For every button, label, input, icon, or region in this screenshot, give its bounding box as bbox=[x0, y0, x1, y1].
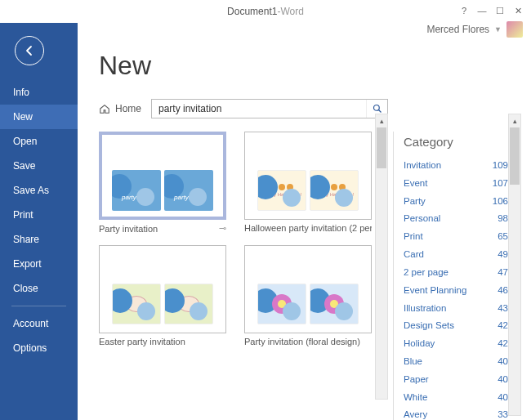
category-name: Avery bbox=[404, 408, 427, 420]
category-name: Paper bbox=[404, 373, 429, 387]
category-row[interactable]: Event Planning46 bbox=[404, 282, 520, 300]
nav-item-account[interactable]: Account bbox=[0, 311, 78, 336]
scroll-up-icon[interactable]: ▴ bbox=[509, 114, 520, 127]
user-account[interactable]: Merced Flores ▼ bbox=[426, 21, 523, 38]
category-name: Print bbox=[404, 230, 423, 244]
category-row[interactable]: Party106 bbox=[404, 193, 520, 211]
help-button[interactable]: ? bbox=[456, 3, 472, 18]
template-label: Easter party invitation bbox=[99, 337, 185, 346]
category-name: Holiday bbox=[404, 337, 435, 351]
category-row[interactable]: Invitation109 bbox=[404, 157, 520, 175]
nav-item-info[interactable]: Info bbox=[0, 80, 78, 105]
search-box[interactable] bbox=[151, 99, 388, 118]
home-icon bbox=[99, 103, 110, 114]
category-row[interactable]: Design Sets42 bbox=[404, 317, 520, 335]
category-name: Personal bbox=[404, 212, 440, 226]
nav-item-open[interactable]: Open bbox=[0, 129, 78, 154]
minimize-button[interactable]: — bbox=[474, 3, 490, 18]
search-input[interactable] bbox=[152, 103, 366, 114]
scroll-thumb[interactable] bbox=[510, 127, 520, 185]
nav-item-options[interactable]: Options bbox=[0, 336, 78, 360]
back-arrow-icon bbox=[23, 44, 36, 57]
home-label: Home bbox=[115, 103, 141, 114]
category-row[interactable]: Paper40 bbox=[404, 371, 520, 389]
close-window-button[interactable]: ✕ bbox=[510, 3, 526, 18]
category-count: 42 bbox=[498, 319, 508, 333]
template-thumbnail: Happy Halloween!Happy Halloween! bbox=[244, 132, 372, 220]
user-name: Merced Flores bbox=[426, 24, 489, 35]
category-name: White bbox=[404, 391, 427, 405]
category-count: 49 bbox=[498, 248, 508, 262]
backstage-sidebar: InfoNewOpenSaveSave AsPrintShareExportCl… bbox=[0, 23, 78, 420]
nav-item-close[interactable]: Close bbox=[0, 276, 78, 301]
template-thumbnail: party!party! bbox=[99, 132, 226, 220]
nav-item-export[interactable]: Export bbox=[0, 252, 78, 276]
category-name: Illustration bbox=[404, 302, 446, 316]
category-count: 109 bbox=[493, 159, 508, 173]
category-count: 98 bbox=[498, 212, 508, 226]
category-count: 46 bbox=[498, 284, 508, 298]
scroll-up-icon[interactable]: ▴ bbox=[376, 114, 387, 127]
user-caret-icon: ▼ bbox=[494, 25, 502, 34]
restore-button[interactable]: ☐ bbox=[492, 3, 508, 18]
document-title: Document1 bbox=[227, 6, 277, 17]
category-row[interactable]: Illustration43 bbox=[404, 300, 520, 318]
template-thumbnail bbox=[244, 245, 372, 333]
category-count: 33 bbox=[498, 408, 508, 420]
category-name: 2 per page bbox=[404, 266, 448, 280]
back-button[interactable] bbox=[15, 36, 44, 65]
nav-item-share[interactable]: Share bbox=[0, 227, 78, 252]
template-label: Party invitation bbox=[99, 224, 158, 234]
app-name: Word bbox=[280, 6, 303, 17]
category-row[interactable]: Blue40 bbox=[404, 353, 520, 371]
category-scrollbar[interactable]: ▴ bbox=[508, 114, 521, 416]
category-count: 65 bbox=[498, 230, 508, 244]
category-count: 40 bbox=[498, 373, 508, 387]
category-name: Blue bbox=[404, 355, 422, 369]
nav-item-new[interactable]: New bbox=[0, 105, 78, 129]
category-count: 106 bbox=[493, 194, 508, 209]
template-label: Party invitation (floral design) bbox=[244, 337, 360, 346]
template-thumbnail bbox=[99, 245, 226, 333]
category-name: Invitation bbox=[404, 159, 441, 173]
category-row[interactable]: Avery33 bbox=[404, 406, 520, 420]
home-breadcrumb[interactable]: Home bbox=[99, 103, 141, 114]
category-count: 47 bbox=[498, 266, 508, 280]
template-item[interactable]: Easter party invitation bbox=[99, 245, 226, 346]
pin-icon[interactable]: ⊸ bbox=[219, 223, 226, 234]
category-row[interactable]: Print65 bbox=[404, 228, 520, 246]
template-item[interactable]: Party invitation (floral design) bbox=[244, 245, 372, 346]
category-row[interactable]: Event107 bbox=[404, 175, 520, 193]
template-item[interactable]: party!party!Party invitation⊸ bbox=[99, 132, 226, 234]
category-count: 107 bbox=[493, 176, 508, 191]
category-name: Design Sets bbox=[404, 319, 454, 333]
category-count: 42 bbox=[498, 337, 508, 351]
gallery-scrollbar[interactable]: ▴ bbox=[375, 114, 388, 400]
category-row[interactable]: Personal98 bbox=[404, 210, 520, 228]
category-name: Event bbox=[404, 176, 427, 191]
nav-item-save-as[interactable]: Save As bbox=[0, 178, 78, 203]
template-label: Halloween party invitation (2 per... bbox=[244, 223, 372, 233]
nav-divider bbox=[11, 306, 66, 306]
category-name: Card bbox=[404, 248, 424, 262]
scroll-thumb[interactable] bbox=[377, 127, 386, 168]
category-heading: Category bbox=[404, 135, 520, 149]
avatar bbox=[506, 21, 523, 38]
category-count: 40 bbox=[498, 355, 508, 369]
page-title: New bbox=[99, 51, 520, 81]
category-panel: Category Invitation109Event107Party106Pe… bbox=[393, 132, 520, 420]
template-gallery: party!party!Party invitation⊸Happy Hallo… bbox=[99, 132, 386, 420]
nav-item-save[interactable]: Save bbox=[0, 154, 78, 178]
template-item[interactable]: Happy Halloween!Happy Halloween!Hallowee… bbox=[244, 132, 372, 234]
titlebar: Document1 - Word ? — ☐ ✕ bbox=[0, 0, 531, 23]
search-icon bbox=[373, 104, 382, 114]
category-count: 43 bbox=[498, 302, 508, 316]
svg-point-0 bbox=[373, 105, 379, 111]
category-name: Event Planning bbox=[404, 284, 466, 298]
category-row[interactable]: 2 per page47 bbox=[404, 264, 520, 282]
category-count: 40 bbox=[498, 391, 508, 405]
category-row[interactable]: Holiday42 bbox=[404, 335, 520, 353]
category-row[interactable]: White40 bbox=[404, 389, 520, 407]
category-row[interactable]: Card49 bbox=[404, 246, 520, 264]
nav-item-print[interactable]: Print bbox=[0, 203, 78, 227]
